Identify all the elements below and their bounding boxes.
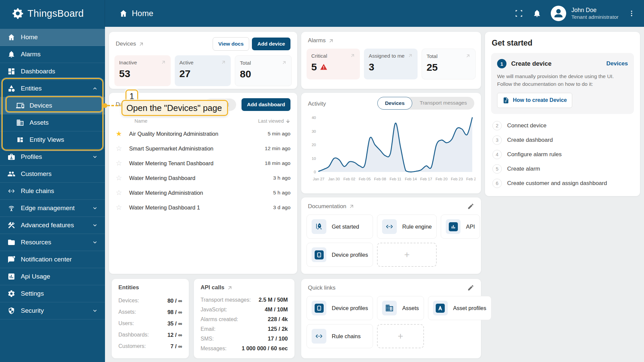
star-icon[interactable]: ☆ [116,159,129,167]
link-assets[interactable]: Assets [377,296,424,320]
star-icon[interactable]: ☆ [116,174,129,182]
column-last-viewed[interactable]: Last viewed [258,118,290,124]
sidebar-item-settings[interactable]: Settings [0,285,105,302]
folder-icon [7,238,15,246]
stat-row-value: 35 / ∞ [167,320,182,327]
link-get-started[interactable]: Get started [307,215,373,239]
step-label: Connect device [507,122,546,129]
user-info: John Doe Tenant administrator [572,6,619,21]
stat-value: 80 [240,68,287,80]
stat-row-label: Users: [118,320,134,326]
star-icon[interactable]: ★ [116,130,129,138]
logo-text: ThingsBoard [28,8,84,19]
link-rule-engine[interactable]: Rule engine [377,215,437,239]
stat-row-label: Messages: [201,346,226,352]
critical-stat-tile[interactable]: Critical 5 [307,49,360,79]
arrow-outward-icon[interactable] [349,203,355,209]
dashboard-row[interactable]: ☆ Water Metering Tenant Dashboard 18 min… [116,156,290,171]
inactive-stat-tile[interactable]: Inactive 53 [114,55,171,86]
edit-pencil-icon[interactable] [467,203,474,210]
get-started-step-create-alarm[interactable]: 5 Create alarm [491,162,634,176]
sidebar-item-label: Assets [30,119,49,126]
svg-text:20: 20 [312,143,316,147]
breadcrumb[interactable]: Home [119,9,153,18]
sidebar-item-customers[interactable]: Customers [0,166,105,183]
rule-icon [7,187,15,195]
view-docs-button[interactable]: View docs [213,37,250,51]
sidebar-item-security[interactable]: Security [0,302,105,319]
sidebar-item-entities[interactable]: Entities [0,80,105,97]
dashboard-row[interactable]: ☆ Smart Supermarket Administration 12 mi… [116,141,290,156]
add-link-placeholder[interactable]: + [377,243,437,267]
sidebar-item-advanced-features[interactable]: Advanced features [0,217,105,234]
sidebar-item-devices[interactable]: Devices [0,97,105,114]
people-icon [7,170,15,178]
get-started-step-connect-device[interactable]: 2 Connect device [491,119,634,133]
sidebar-item-home[interactable]: Home [0,29,105,46]
api-bars-icon [446,219,461,234]
chevron-down-icon [92,154,98,160]
link-device-profiles[interactable]: Device profiles [307,243,373,267]
sidebar-item-assets[interactable]: Assets [0,114,105,131]
sidebar-item-profiles[interactable]: Profiles [0,148,105,166]
dashboard-row[interactable]: ☆ Water Metering Dashboard 3 h ago [116,171,290,185]
get-started-step-create-customer-and-assign-dashboard[interactable]: 6 Create customer and assign dashboard [491,176,634,191]
home-icon [119,9,128,18]
link-label: Assets [402,305,419,311]
sidebar-item-rule-chains[interactable]: Rule chains [0,183,105,200]
star-icon[interactable]: ☆ [116,189,129,197]
sidebar-item-entity-views[interactable]: Entity Views [0,131,105,148]
total-stat-tile[interactable]: Total 25 [422,49,476,79]
get-started-step-configure-alarm-rules[interactable]: 4 Configure alarm rules [491,147,634,162]
stat-row-value: 2.5 M / 50M [259,297,288,303]
arrow-outward-icon[interactable] [139,41,144,47]
gear-icon [7,290,15,298]
sidebar-item-notification-center[interactable]: Notification center [0,251,105,268]
step-devices-link[interactable]: Devices [606,60,628,67]
total-stat-tile[interactable]: Total 80 [235,55,292,86]
link-rule-chains[interactable]: Rule chains [307,324,373,348]
sidebar-item-edge-management[interactable]: Edge management [0,200,105,217]
star-icon[interactable]: ☆ [116,144,129,153]
arrow-outward-icon[interactable] [149,102,152,108]
assigned-to-me-stat-tile[interactable]: Assigned to me 3 [364,49,417,79]
toggle-devices[interactable]: Devices [377,97,413,110]
avatar[interactable] [551,6,566,21]
edit-pencil-icon[interactable] [467,284,474,291]
star-icon[interactable]: ☆ [116,203,129,212]
dashboard-row[interactable]: ☆ Water Metering Dashboard 1 3 d ago [116,200,290,215]
toggle-transport-messages[interactable]: Transport messages [412,97,474,110]
get-started-step-active[interactable]: 1 Create device Devices We will manually… [491,53,634,114]
add-link-placeholder[interactable]: + [377,324,424,348]
sidebar-item-api-usage[interactable]: Api Usage [0,268,105,285]
add-device-button[interactable]: Add device [252,38,290,50]
link-api[interactable]: API [441,215,480,239]
dashboard-row[interactable]: ☆ Water Metering Administration 5 h ago [116,185,290,200]
get-started-title: Get started [485,32,640,48]
logo[interactable]: ThingsBoard [0,0,105,27]
quilt-icon [16,136,24,144]
sidebar-item-dashboards[interactable]: Dashboards [0,63,105,80]
starred-filter-chip[interactable]: Starred [204,99,236,111]
link-asset-profiles[interactable]: Asset profiles [428,296,491,320]
add-dashboard-button[interactable]: Add dashboard [241,98,290,111]
how-to-create-device-button[interactable]: How to create Device [497,93,572,108]
arrow-outward-icon[interactable] [227,285,233,291]
stat-row-value: 7 / ∞ [170,343,182,350]
arrow-outward-icon[interactable] [328,38,334,44]
dashboard-row[interactable]: ★ Air Quality Monitoring Administration … [116,126,290,141]
fullscreen-icon[interactable] [515,9,523,18]
get-started-step-create-dashboard[interactable]: 3 Create dashboard [491,133,634,147]
svg-text:10: 10 [312,157,316,161]
devices-widget-title: Devices [116,41,136,47]
api-calls-title: API calls [201,284,224,291]
link-label: Device profiles [332,252,368,258]
kebab-menu-icon[interactable] [628,10,635,17]
sidebar-item-resources[interactable]: Resources [0,234,105,251]
sidebar-item-alarms[interactable]: Alarms [0,46,105,63]
link-device-profiles[interactable]: Device profiles [307,296,373,320]
active-stat-tile[interactable]: Active 27 [175,55,231,86]
stat-label: Assigned to me [369,53,405,59]
rule-icon [382,219,397,234]
notifications-bell-icon[interactable] [533,9,541,18]
